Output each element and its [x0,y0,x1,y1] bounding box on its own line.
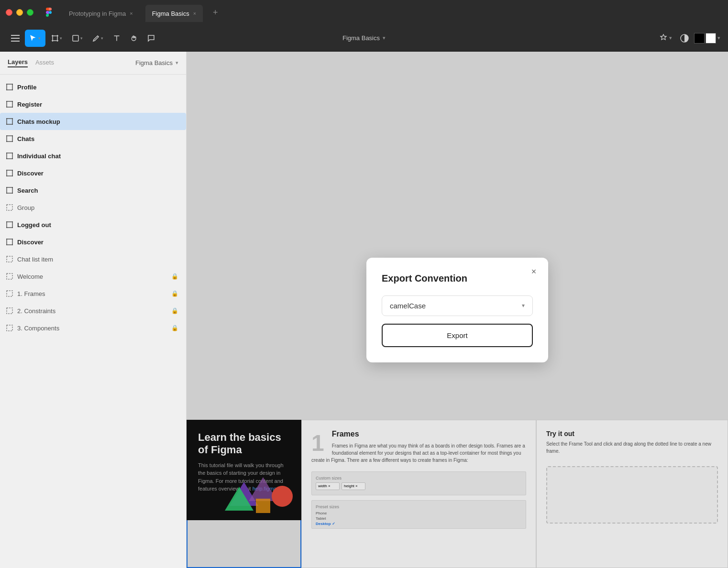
svg-rect-23 [7,101,12,107]
layer-item-1.-frames[interactable]: 1. Frames🔒 [0,285,186,302]
layer-icon-frame [6,152,13,160]
color-picker[interactable]: ▾ [696,33,720,44]
shape-tool[interactable]: ▾ [68,30,87,47]
layer-item-logged-out[interactable]: Logged out [0,216,186,233]
toolbar: ▾ ▾ ▾ ▾ Figma Basics ▾ ▾ ▾ [0,25,728,52]
layer-name: Individual chat [17,153,61,160]
svg-rect-1 [11,38,20,39]
maximize-window-button[interactable] [27,9,33,16]
select-tool[interactable]: ▾ [25,30,45,47]
text-tool[interactable] [109,30,124,47]
tab-figma-basics[interactable]: Figma Basics × [145,5,203,22]
layer-icon-group [6,290,13,297]
layer-item-welcome[interactable]: Welcome🔒 [0,268,186,285]
layer-item-profile[interactable]: Profile [0,78,186,96]
layer-name: Logged out [17,221,51,229]
layer-name: Chat list item [17,256,53,263]
lock-icon: 🔒 [171,290,178,297]
canvas-area[interactable]: Export Convention × camelCase ▾ Export L… [187,52,728,568]
tab-layers[interactable]: Layers [8,58,28,67]
hand-tool[interactable] [126,30,142,47]
layer-icon-group [6,204,13,211]
svg-rect-2 [11,41,20,42]
layer-icon-frame [6,118,13,125]
comment-tool[interactable] [143,30,159,47]
layer-item-discover[interactable]: Discover [0,164,186,182]
lock-icon: 🔒 [171,307,178,314]
layer-icon-frame [6,186,13,194]
layer-item-discover[interactable]: Discover [0,233,186,251]
lock-icon: 🔒 [171,273,178,280]
layer-icon-group [6,307,13,315]
layer-icon-group [6,324,13,332]
figma-icon [43,7,55,18]
svg-rect-100 [7,325,12,331]
panel-header: Layers Assets Figma Basics ▾ [0,52,186,75]
svg-rect-97 [7,273,12,279]
select-chevron-icon: ▾ [522,302,525,309]
window-controls [6,9,33,16]
svg-rect-41 [7,136,12,142]
layer-name: Profile [17,84,36,91]
toolbar-right: ▾ ▾ [658,31,720,46]
minimize-window-button[interactable] [16,9,23,16]
panel-breadcrumb: Figma Basics ▾ [135,59,178,66]
layer-item-chats-mockup[interactable]: Chats mockup [0,113,186,130]
frame-tool[interactable]: ▾ [47,30,66,47]
lock-icon: 🔒 [171,325,178,331]
layer-name: Welcome [17,273,43,280]
svg-rect-32 [7,119,12,124]
tab-prototyping[interactable]: Prototyping in Figma × [62,5,140,22]
svg-rect-14 [7,84,12,90]
layer-icon-frame [6,83,13,91]
layer-name: 3. Components [17,325,59,332]
layer-name: Chats mockup [17,118,60,125]
layer-name: Discover [17,239,44,246]
panel-breadcrumb-text: Figma Basics [135,59,173,66]
naming-convention-select[interactable]: camelCase ▾ [382,295,533,316]
main-layout: Layers Assets Figma Basics ▾ ProfileRegi… [0,52,728,568]
menu-button[interactable] [8,31,23,46]
layer-item-search[interactable]: Search [0,182,186,199]
export-button[interactable]: Export [382,324,533,347]
layer-item-chats[interactable]: Chats [0,130,186,147]
tab-figma-basics-close[interactable]: × [193,11,196,16]
modal-close-button[interactable]: × [527,265,540,279]
tab-prototyping-close[interactable]: × [130,11,132,16]
layer-item-group[interactable]: Group [0,199,186,216]
layer-icon-frame [6,221,13,229]
modal-overlay: Export Convention × camelCase ▾ Export [187,52,728,568]
frame-chevron: ▾ [60,36,62,41]
layer-icon-frame [6,135,13,142]
layer-icon-frame [6,238,13,246]
plugins-button[interactable]: ▾ [658,31,673,46]
tab-assets[interactable]: Assets [35,59,54,67]
stroke-color[interactable] [706,33,716,44]
svg-rect-59 [7,170,12,176]
breadcrumb-chevron-icon[interactable]: ▾ [383,35,386,41]
add-tab-button[interactable]: + [209,6,222,19]
layer-item-register[interactable]: Register [0,96,186,113]
svg-rect-99 [7,308,12,314]
svg-rect-0 [11,35,20,36]
tab-figma-basics-label: Figma Basics [152,10,189,17]
theme-toggle-button[interactable] [677,31,692,46]
breadcrumb: Figma Basics ▾ [342,34,386,42]
svg-rect-77 [7,205,12,210]
layer-item-chat-list-item[interactable]: Chat list item [0,251,186,268]
layer-item-individual-chat[interactable]: Individual chat [0,147,186,164]
close-window-button[interactable] [6,9,12,16]
svg-rect-50 [7,153,12,159]
pen-tool[interactable]: ▾ [88,30,107,47]
layer-item-3.-components[interactable]: 3. Components🔒 [0,319,186,337]
layer-name: Register [17,101,42,108]
layers-list: ProfileRegisterChats mockupChatsIndividu… [0,75,186,568]
svg-rect-96 [7,256,12,262]
layer-item-2.-constraints[interactable]: 2. Constraints🔒 [0,302,186,319]
tab-prototyping-label: Prototyping in Figma [69,10,126,17]
layer-name: Discover [17,170,44,177]
panel-breadcrumb-chevron-icon[interactable]: ▾ [176,60,178,66]
pen-chevron: ▾ [101,36,103,41]
svg-rect-3 [53,36,57,41]
fill-color[interactable] [694,33,705,44]
